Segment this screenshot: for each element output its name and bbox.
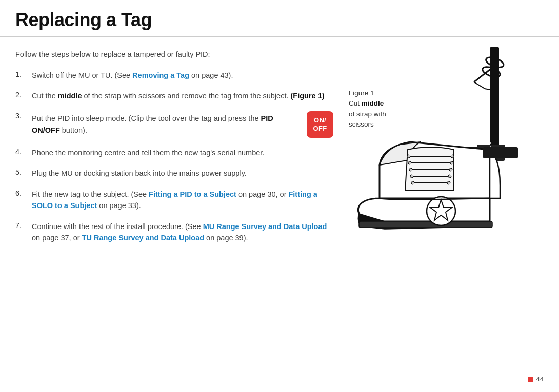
step-6: 6. Fit the new tag to the subject. (See … xyxy=(15,189,333,212)
steps-list: 1. Switch off the MU or TU. (See Removin… xyxy=(15,70,333,244)
pid-on-off-bold: PID ON/OFF xyxy=(32,114,273,134)
right-column: Figure 1 Cut middle of strap with scisso… xyxy=(344,47,544,262)
svg-point-21 xyxy=(407,155,410,158)
step-7-content: Continue with the rest of the install pr… xyxy=(32,221,333,244)
step-4: 4. Phone the monitoring centre and tell … xyxy=(15,147,333,158)
step-3-number: 3. xyxy=(15,112,32,120)
svg-rect-7 xyxy=(490,47,499,150)
page-header: Replacing a Tag xyxy=(0,0,559,37)
svg-rect-29 xyxy=(483,147,506,158)
removing-a-tag-link[interactable]: Removing a Tag xyxy=(132,71,189,79)
tu-range-link[interactable]: TU Range Survey and Data Upload xyxy=(82,234,205,242)
figure-container: Figure 1 Cut middle of strap with scisso… xyxy=(344,47,544,262)
step-5: 5. Plug the MU or docking station back i… xyxy=(15,168,333,179)
step-6-content: Fit the new tag to the subject. (See Fit… xyxy=(32,189,333,212)
step-3-row: Put the PID into sleep mode. (Clip the t… xyxy=(32,111,333,138)
step-6-number: 6. xyxy=(15,189,32,197)
shoe-illustration xyxy=(354,47,544,262)
step-4-number: 4. xyxy=(15,148,32,156)
page-dot xyxy=(528,377,533,382)
step-1: 1. Switch off the MU or TU. (See Removin… xyxy=(15,70,333,81)
step-7: 7. Continue with the rest of the install… xyxy=(15,221,333,244)
svg-point-24 xyxy=(449,168,452,171)
svg-point-25 xyxy=(450,161,453,164)
step-5-content: Plug the MU or docking station back into… xyxy=(32,168,333,179)
page-number-text: 44 xyxy=(536,375,544,383)
page-number-container: 44 xyxy=(528,375,544,383)
page-container: Replacing a Tag Follow the steps below t… xyxy=(0,0,559,392)
on-off-button[interactable]: ON/OFF xyxy=(307,111,333,138)
step-4-content: Phone the monitoring centre and tell the… xyxy=(32,147,333,158)
step-1-content: Switch off the MU or TU. (See Removing a… xyxy=(32,70,333,81)
middle-bold: middle xyxy=(58,92,82,100)
left-column: Follow the steps below to replace a tamp… xyxy=(15,47,333,262)
page-title: Replacing a Tag xyxy=(15,9,544,31)
svg-point-17 xyxy=(411,181,414,184)
step-3-content: Put the PID into sleep mode. (Clip the t… xyxy=(32,113,296,136)
svg-point-20 xyxy=(408,161,411,164)
svg-rect-11 xyxy=(359,221,492,228)
step-2-number: 2. xyxy=(15,91,32,99)
step-2: 2. Cut the middle of the strap with scis… xyxy=(15,90,333,101)
svg-point-26 xyxy=(451,155,454,158)
step-1-number: 1. xyxy=(15,70,32,78)
svg-point-18 xyxy=(410,175,413,178)
svg-point-22 xyxy=(447,181,450,184)
step-7-number: 7. xyxy=(15,221,32,230)
svg-point-23 xyxy=(448,175,451,178)
step-3: 3. Put the PID into sleep mode. (Clip th… xyxy=(15,111,333,138)
mu-range-link[interactable]: MU Range Survey and Data Upload xyxy=(203,222,327,231)
svg-point-19 xyxy=(409,168,412,171)
fitting-pid-link[interactable]: Fitting a PID to a Subject xyxy=(149,190,236,198)
step-2-content: Cut the middle of the strap with scissor… xyxy=(32,90,333,101)
step-5-number: 5. xyxy=(15,168,32,176)
intro-paragraph: Follow the steps below to replace a tamp… xyxy=(15,50,333,58)
shoe-svg xyxy=(354,47,544,262)
content-area: Follow the steps below to replace a tamp… xyxy=(0,37,559,262)
svg-line-5 xyxy=(473,82,486,89)
figure-1-ref: (Figure 1) xyxy=(291,92,325,100)
